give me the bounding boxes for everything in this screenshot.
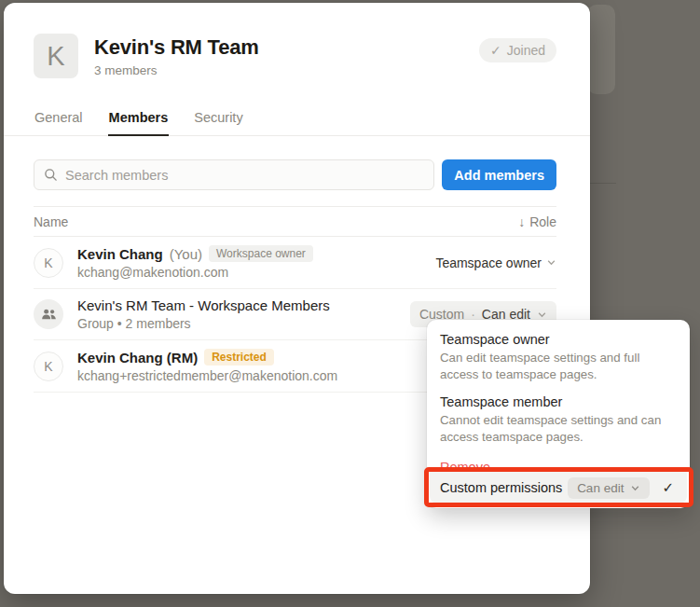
tab-members[interactable]: Members: [108, 104, 170, 136]
joined-badge[interactable]: ✓ Joined: [479, 38, 556, 62]
sort-descending-icon: ↓: [518, 214, 525, 229]
teamspace-title-block: Kevin's RM Team 3 members: [94, 34, 259, 78]
member-name: Kevin Chang (RM): [77, 350, 198, 366]
group-info: Kevin's RM Team - Workspace Members Grou…: [77, 297, 410, 331]
search-members-input[interactable]: [65, 168, 424, 183]
background-page-fragment: [587, 5, 615, 94]
member-avatar: K: [34, 248, 63, 278]
can-edit-value: Can edit: [577, 481, 624, 495]
group-sub: Group • 2 members: [77, 316, 410, 331]
workspace-owner-badge: Workspace owner: [209, 245, 313, 262]
group-avatar: [34, 299, 63, 329]
teamspace-title: Kevin's RM Team: [94, 34, 259, 60]
menu-item-title: Teamspace member: [440, 393, 677, 411]
add-members-button[interactable]: Add members: [442, 159, 556, 190]
member-you-suffix: (You): [170, 246, 202, 262]
selected-check-icon: ✓: [662, 479, 674, 496]
group-name: Kevin's RM Team - Workspace Members: [77, 297, 330, 313]
teamspace-member-count: 3 members: [94, 63, 259, 77]
chevron-down-icon: [546, 257, 556, 268]
role-column-label: Role: [529, 214, 556, 229]
role-value: Teamspace owner: [435, 255, 542, 270]
tab-general[interactable]: General: [34, 104, 84, 135]
joined-badge-label: Joined: [507, 43, 545, 58]
background-divider-fragment: [590, 183, 616, 184]
menu-item-custom-permissions[interactable]: Custom permissions Can edit ✓: [430, 472, 687, 504]
menu-item-description: Cannot edit teamspace settings and can a…: [440, 412, 677, 446]
role-dropdown-teamspace-owner[interactable]: Teamspace owner: [435, 255, 556, 270]
restricted-badge: Restricted: [204, 349, 274, 366]
chevron-down-icon: [537, 310, 547, 320]
name-column-header: Name: [34, 214, 68, 229]
member-row-kevin-chang: K Kevin Chang (You) Workspace owner kcha…: [34, 237, 556, 289]
can-edit-dropdown[interactable]: Can edit: [568, 477, 650, 499]
search-icon: [44, 168, 58, 182]
member-info: Kevin Chang (You) Workspace owner kchang…: [77, 245, 435, 280]
search-row: Add members: [34, 159, 556, 190]
role-column-header[interactable]: ↓ Role: [518, 214, 556, 229]
role-dropdown-menu: Teamspace owner Can edit teamspace setti…: [427, 320, 690, 508]
group-icon: [41, 308, 57, 321]
member-email: kchang@makenotion.com: [77, 265, 435, 280]
member-avatar: K: [34, 352, 63, 381]
dialog-header: K Kevin's RM Team 3 members ✓ Joined: [4, 3, 590, 78]
member-avatar-letter: K: [44, 359, 52, 374]
member-name: Kevin Chang: [77, 246, 163, 262]
custom-permissions-label: Custom permissions: [440, 480, 562, 495]
member-avatar-letter: K: [44, 255, 52, 270]
members-table-header: Name ↓ Role: [34, 206, 556, 237]
menu-item-teamspace-owner[interactable]: Teamspace owner Can edit teamspace setti…: [427, 326, 690, 389]
menu-item-teamspace-member[interactable]: Teamspace member Cannot edit teamspace s…: [427, 389, 690, 451]
menu-item-description: Can edit teamspace settings and full acc…: [440, 350, 677, 383]
tab-security[interactable]: Security: [193, 104, 243, 135]
settings-tabs: General Members Security: [4, 104, 590, 136]
menu-item-title: Teamspace owner: [440, 330, 677, 349]
chevron-down-icon: [630, 483, 640, 493]
check-icon: ✓: [490, 43, 501, 58]
teamspace-avatar: K: [34, 34, 78, 78]
search-members-box[interactable]: [34, 159, 434, 190]
teamspace-avatar-letter: K: [47, 41, 64, 72]
